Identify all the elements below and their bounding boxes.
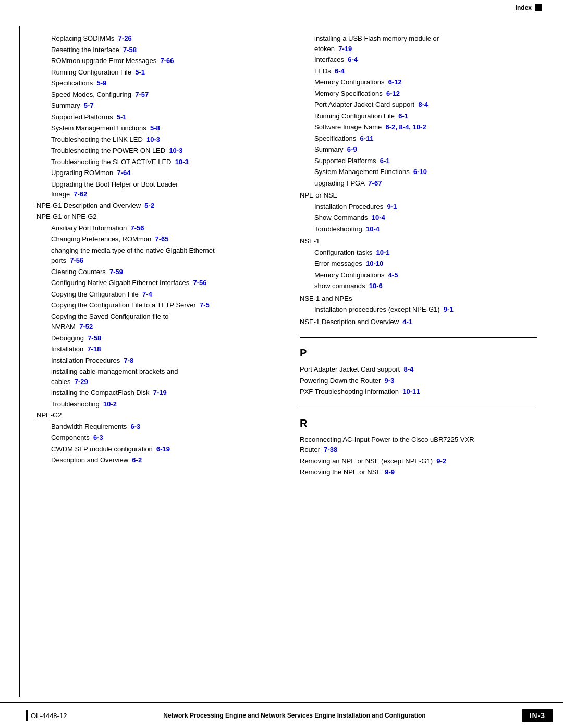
list-item: System Management Functions 6-10 — [300, 167, 537, 177]
left-margin-bar — [19, 26, 20, 697]
page-ref: 7-58 — [88, 334, 101, 342]
page-ref: 7-29 — [75, 378, 88, 386]
list-item: Summary 6-9 — [300, 144, 537, 155]
list-item: Copying the Configuration File to a TFTP… — [36, 300, 274, 311]
list-item: Specifications 5-9 — [36, 78, 274, 89]
list-item: Copying the Saved Configuration file toN… — [36, 312, 274, 332]
list-item: Powering Down the Router 9-3 — [300, 376, 537, 386]
page-ref: 9-1 — [387, 203, 397, 211]
list-item: Debugging 7-58 — [36, 333, 274, 343]
section-divider-r — [300, 408, 537, 408]
page-ref: 7-26 — [118, 34, 132, 42]
content-area: Replacing SODIMMs 7-26 Resetting the Int… — [0, 18, 563, 494]
page-ref: 10-1 — [376, 249, 390, 256]
page-ref: 6-4 — [335, 67, 345, 75]
list-item: Troubleshooting the POWER ON LED 10-3 — [36, 145, 274, 156]
list-item: Supported Platforms 6-1 — [300, 156, 537, 166]
section-p-label: P — [300, 347, 537, 359]
page-ref: 4-1 — [402, 318, 412, 326]
page-ref: 10-4 — [366, 225, 380, 233]
left-column: Replacing SODIMMs 7-26 Resetting the Int… — [36, 33, 289, 478]
page-ref: 10-3 — [169, 146, 182, 154]
list-item: Resetting the Interface 7-58 — [36, 45, 274, 55]
page-ref: 7-52 — [79, 323, 93, 330]
page-ref: 5-8 — [150, 124, 160, 132]
page-ref: 6-1 — [380, 157, 390, 165]
page-ref: 9-9 — [385, 468, 395, 476]
list-item: Specifications 6-11 — [300, 133, 537, 144]
list-item: NPE-G1 or NPE-G2 — [36, 212, 274, 222]
list-item: Installation proceedures (except NPE-G1)… — [300, 304, 537, 315]
page-ref: 7-62 — [74, 190, 87, 198]
footer-right: IN-3 — [522, 709, 553, 722]
list-item: Summary 5-7 — [36, 101, 274, 111]
list-item: Running Configuration File 6-1 — [300, 111, 537, 121]
list-item: Replacing SODIMMs 7-26 — [36, 33, 274, 44]
list-item: Running Configuration File 5-1 — [36, 67, 274, 78]
page-ref: 9-3 — [385, 377, 395, 385]
section-divider-p — [300, 337, 537, 338]
footer-left: OL-4448-12 — [26, 710, 67, 721]
page-ref: 6-10 — [413, 168, 427, 176]
page-ref: 7-56 — [193, 279, 206, 287]
page-ref: 5-1 — [117, 113, 127, 121]
list-item: ROMmon upgrade Error Messages 7-66 — [36, 56, 274, 66]
index-label: Index — [516, 4, 532, 11]
page-ref: 10-2 — [103, 400, 117, 408]
list-item: NSE-1 and NPEs — [300, 293, 537, 304]
page-ref: 7-56 — [70, 256, 83, 264]
page-ref: 7-5 — [200, 301, 210, 309]
list-item: Upgrading ROMmon 7-64 — [36, 168, 274, 178]
list-item: Installation Procedures 7-8 — [36, 355, 274, 366]
page-ref: 8-4 — [403, 365, 413, 373]
page-ref: 10-4 — [372, 214, 385, 221]
list-item: Components 6-3 — [36, 433, 274, 443]
footer-title: Network Processing Engine and Network Se… — [163, 712, 425, 719]
page-ref: 7-8 — [124, 356, 133, 364]
list-item: show commands 10-6 — [300, 281, 537, 291]
page-ref: 6-4 — [348, 56, 358, 64]
list-item: Speed Modes, Configuring 7-57 — [36, 90, 274, 100]
list-item: PXF Troubleshooting Information 10-11 — [300, 387, 537, 397]
page-ref: 6-3 — [93, 434, 103, 441]
page-ref: 6-12 — [386, 90, 400, 97]
page-ref: 10-3 — [146, 135, 160, 143]
list-item: Interfaces 6-4 — [300, 55, 537, 65]
list-item: Changing Preferences, ROMmon 7-65 — [36, 234, 274, 244]
page-ref: 7-18 — [87, 345, 101, 353]
list-item: Port Adapter Jacket Card support 8-4 — [300, 364, 537, 375]
list-item: Upgrading the Boot Helper or Boot Loader… — [36, 179, 274, 200]
page-ref: 7-65 — [155, 235, 168, 243]
list-item: installing cable-management brackets and… — [36, 366, 274, 387]
page-ref: 5-1 — [135, 68, 145, 76]
page-ref: 5-9 — [96, 79, 106, 87]
list-item: upgrading FPGA 7-67 — [300, 178, 537, 189]
list-item: Troubleshooting 10-2 — [36, 399, 274, 410]
page-ref: 7-64 — [117, 169, 130, 177]
page-ref: 9-1 — [444, 305, 454, 313]
page-ref: 7-4 — [142, 290, 152, 298]
page-ref: 6-3 — [130, 423, 140, 430]
page-ref: 7-58 — [123, 46, 137, 54]
list-item: Software Image Name 6-2, 8-4, 10-2 — [300, 122, 537, 132]
page-ref: 7-67 — [368, 179, 382, 187]
list-item: Supported Platforms 5-1 — [36, 112, 274, 122]
page-ref: 7-66 — [161, 57, 174, 65]
list-item: Installation Procedures 9-1 — [300, 202, 537, 212]
list-item: Port Adapter Jacket Card support 8-4 — [300, 100, 537, 110]
page-ref: 6-9 — [347, 145, 357, 153]
page: Index Replacing SODIMMs 7-26 Resetting t… — [0, 0, 563, 728]
list-item: NPE-G2 — [36, 410, 274, 421]
list-item: NSE-1 — [300, 236, 537, 246]
footer-center: Network Processing Engine and Network Se… — [67, 712, 522, 719]
doc-number: OL-4448-12 — [31, 712, 67, 720]
list-item: System Management Functions 5-8 — [36, 123, 274, 133]
list-item: Installation 7-18 — [36, 344, 274, 354]
section-r-label: R — [300, 417, 537, 429]
list-item: Removing an NPE or NSE (except NPE-G1) 9… — [300, 456, 537, 466]
header-right: Index — [516, 4, 542, 11]
page-ref: 6-12 — [388, 78, 402, 86]
list-item: Copying the Cnfiguration File 7-4 — [36, 289, 274, 300]
list-item: Troubleshooting the LINK LED 10-3 — [36, 134, 274, 145]
page-ref: 7-57 — [135, 91, 149, 98]
